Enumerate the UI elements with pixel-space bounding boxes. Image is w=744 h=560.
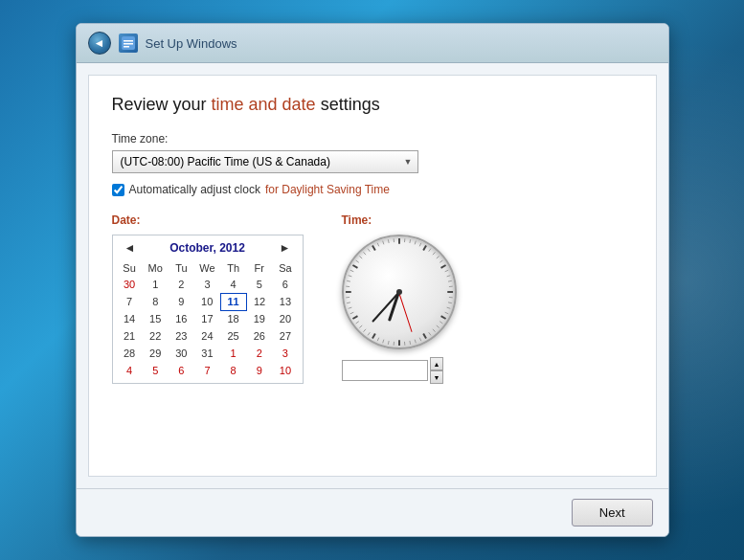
calendar-day[interactable]: 13 <box>272 293 298 310</box>
calendar-day[interactable]: 19 <box>246 310 272 327</box>
calendar-day[interactable]: 1 <box>220 345 246 362</box>
svg-line-13 <box>440 260 442 262</box>
calendar-month: October, 2012 <box>169 241 245 255</box>
calendar-day[interactable]: 7 <box>117 293 143 310</box>
timezone-label: Time zone: <box>112 132 633 146</box>
calendar-day[interactable]: 28 <box>117 345 143 362</box>
svg-rect-1 <box>124 40 133 42</box>
svg-line-22 <box>446 307 450 308</box>
svg-line-24 <box>440 316 445 319</box>
svg-line-17 <box>448 280 452 281</box>
calendar-day[interactable]: 14 <box>117 310 143 327</box>
calendar-day[interactable]: 24 <box>194 327 220 345</box>
calendar-day[interactable]: 6 <box>169 362 194 379</box>
calendar-day[interactable]: 17 <box>194 310 220 327</box>
svg-rect-3 <box>124 46 129 48</box>
next-button[interactable]: Next <box>572 499 653 526</box>
calendar-day[interactable]: 26 <box>246 327 272 345</box>
svg-line-55 <box>355 260 358 262</box>
calendar-day[interactable]: 9 <box>169 293 194 310</box>
calendar-day[interactable]: 30 <box>117 276 143 293</box>
calendar-day[interactable]: 7 <box>194 362 220 379</box>
calendar-header: ◄ October, 2012 ► <box>117 239 299 257</box>
col-we: We <box>194 260 220 276</box>
calendar-day[interactable]: 8 <box>143 293 169 310</box>
time-up-button[interactable]: ▲ <box>430 357 444 370</box>
calendar-day[interactable]: 10 <box>272 362 298 379</box>
col-sa: Sa <box>272 260 298 276</box>
svg-line-9 <box>423 245 426 250</box>
calendar-day[interactable]: 31 <box>194 345 220 362</box>
prev-month-button[interactable]: ◄ <box>121 241 140 255</box>
calendar-day[interactable]: 22 <box>143 327 169 345</box>
calendar-week-row: 30123456 <box>117 276 299 293</box>
calendar-day[interactable]: 10 <box>194 293 220 310</box>
svg-line-6 <box>409 239 410 243</box>
svg-line-16 <box>446 276 450 277</box>
calendar-week-row: 78910111213 <box>117 293 299 310</box>
calendar-day[interactable]: 5 <box>246 276 272 293</box>
next-month-button[interactable]: ► <box>276 241 295 255</box>
svg-line-44 <box>352 316 357 319</box>
dst-checkbox[interactable] <box>112 184 124 196</box>
svg-line-37 <box>382 340 383 344</box>
calendar-day[interactable]: 3 <box>194 276 220 293</box>
calendar: ◄ October, 2012 ► Su Mo Tu We Th <box>112 235 304 384</box>
svg-line-58 <box>368 249 370 252</box>
calendar-day[interactable]: 12 <box>246 293 272 310</box>
col-tu: Tu <box>169 260 194 276</box>
time-down-button[interactable]: ▼ <box>430 370 444 384</box>
calendar-day[interactable]: 9 <box>246 362 272 379</box>
calendar-day[interactable]: 21 <box>117 327 143 345</box>
svg-line-62 <box>388 239 389 243</box>
svg-line-52 <box>348 276 351 277</box>
calendar-day[interactable]: 25 <box>220 327 246 345</box>
calendar-day[interactable]: 3 <box>272 345 298 362</box>
svg-line-7 <box>415 241 416 245</box>
calendar-day[interactable]: 2 <box>246 345 272 362</box>
calendar-day[interactable]: 1 <box>143 276 169 293</box>
calendar-day[interactable]: 11 <box>220 293 246 310</box>
calendar-week-row: 28293031123 <box>117 345 299 362</box>
calendar-day[interactable]: 27 <box>272 327 298 345</box>
calendar-day[interactable]: 23 <box>169 327 194 345</box>
calendar-day[interactable]: 4 <box>220 276 246 293</box>
svg-line-27 <box>432 329 435 332</box>
svg-line-45 <box>349 312 353 314</box>
calendar-day[interactable]: 6 <box>272 276 298 293</box>
timezone-select[interactable]: (UTC-08:00) Pacific Time (US & Canada) <box>112 150 418 173</box>
svg-line-43 <box>355 322 358 324</box>
calendar-day[interactable]: 2 <box>169 276 194 293</box>
calendar-day[interactable]: 18 <box>220 310 246 327</box>
svg-line-12 <box>436 256 439 258</box>
main-content: Review your time and date settings Time … <box>88 75 657 477</box>
title-bar: ◄ Set Up Windows <box>77 24 668 63</box>
svg-line-10 <box>428 249 430 252</box>
back-button[interactable]: ◄ <box>88 32 111 55</box>
window-icon <box>119 34 138 53</box>
calendar-day[interactable]: 30 <box>169 345 194 362</box>
calendar-day[interactable]: 5 <box>143 362 169 379</box>
svg-line-40 <box>368 332 370 335</box>
svg-line-28 <box>428 332 430 335</box>
svg-line-36 <box>388 341 389 345</box>
calendar-body: 3012345678910111213141516171819202122232… <box>117 276 299 379</box>
setup-window: ◄ Set Up Windows Review your time and da… <box>76 23 669 537</box>
calendar-day[interactable]: 8 <box>220 362 246 379</box>
svg-line-21 <box>448 302 452 303</box>
svg-line-15 <box>444 270 448 272</box>
calendar-day[interactable]: 4 <box>117 362 143 379</box>
calendar-grid: Su Mo Tu We Th Fr Sa 3012345678910111213… <box>117 260 299 379</box>
time-input[interactable]: 6:37:27 PM <box>342 360 428 381</box>
svg-line-57 <box>363 252 366 255</box>
datetime-row: Date: ◄ October, 2012 ► Su Mo Tu <box>112 213 633 384</box>
calendar-day[interactable]: 16 <box>169 310 194 327</box>
timezone-select-wrapper[interactable]: (UTC-08:00) Pacific Time (US & Canada) <box>112 150 418 173</box>
calendar-day[interactable]: 29 <box>143 345 169 362</box>
svg-line-23 <box>444 312 448 314</box>
calendar-day[interactable]: 20 <box>272 310 298 327</box>
calendar-day[interactable]: 15 <box>143 310 169 327</box>
svg-line-60 <box>377 243 379 247</box>
svg-rect-2 <box>124 43 133 45</box>
footer: Next <box>77 488 668 536</box>
